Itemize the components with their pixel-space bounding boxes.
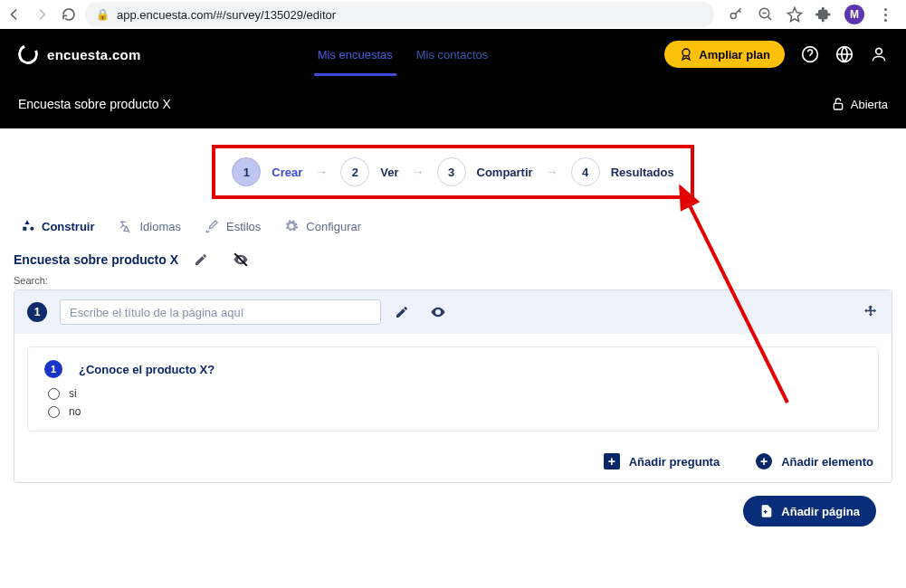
add-element-label: Añadir elemento bbox=[781, 455, 873, 469]
lock-icon: 🔒 bbox=[96, 8, 110, 21]
plus-circle-icon: + bbox=[756, 453, 772, 469]
visibility-off-icon[interactable] bbox=[233, 251, 249, 268]
browser-actions: M bbox=[723, 5, 899, 24]
forward-icon[interactable] bbox=[34, 7, 49, 22]
url-text: app.encuesta.com/#/survey/135029/editor bbox=[117, 8, 336, 22]
move-icon[interactable] bbox=[863, 304, 879, 320]
extensions-icon[interactable] bbox=[815, 6, 832, 23]
logo[interactable]: encuesta.com bbox=[18, 44, 141, 64]
tab-label: Estilos bbox=[226, 220, 261, 233]
radio-icon bbox=[48, 406, 60, 418]
browser-toolbar: 🔒 app.encuesta.com/#/survey/135029/edito… bbox=[0, 0, 906, 29]
editor-tabs: Construir Idiomas Estilos Configurar bbox=[0, 199, 906, 246]
stepper: 1 Crear → 2 Ver → 3 Compartir → 4 Result… bbox=[212, 145, 693, 199]
preview-icon[interactable] bbox=[430, 304, 446, 320]
page-header: 1 bbox=[14, 290, 892, 334]
back-icon[interactable] bbox=[7, 7, 22, 22]
tab-styles[interactable]: Estilos bbox=[203, 213, 262, 239]
step-view[interactable]: 2 Ver bbox=[340, 157, 398, 186]
step-number: 1 bbox=[232, 157, 261, 186]
shapes-icon bbox=[20, 219, 34, 233]
brand-text: encuesta.com bbox=[47, 47, 141, 62]
tab-label: Idiomas bbox=[140, 220, 182, 233]
header-nav: Mis encuestas Mis contactos bbox=[141, 41, 665, 69]
step-label: Compartir bbox=[477, 166, 533, 179]
unlock-icon bbox=[831, 97, 845, 111]
page-footer: + Añadir pregunta + Añadir elemento bbox=[14, 444, 892, 482]
answer-label: no bbox=[69, 405, 81, 418]
app-header-sub: Encuesta sobre producto X Abierta bbox=[0, 80, 906, 128]
tab-label: Construir bbox=[42, 220, 95, 233]
answer-option[interactable]: si bbox=[48, 387, 862, 400]
svg-point-0 bbox=[730, 14, 736, 19]
help-icon[interactable] bbox=[801, 45, 819, 63]
question-text: ¿Conoce el producto X? bbox=[79, 363, 215, 376]
stepper-wrap: 1 Crear → 2 Ver → 3 Compartir → 4 Result… bbox=[0, 145, 906, 199]
survey-title-editable[interactable]: Encuesta sobre producto X bbox=[14, 252, 178, 267]
nav-icons-group bbox=[7, 7, 76, 22]
add-element-button[interactable]: + Añadir elemento bbox=[756, 453, 873, 469]
upgrade-button[interactable]: Ampliar plan bbox=[664, 41, 785, 68]
step-number: 3 bbox=[437, 157, 466, 186]
editor-area: 1 1 ¿Conoce el producto X? si bbox=[0, 289, 906, 539]
add-question-label: Añadir pregunta bbox=[629, 455, 720, 469]
question-row: 1 ¿Conoce el producto X? bbox=[44, 360, 862, 378]
page-number-badge: 1 bbox=[27, 302, 47, 322]
browser-menu-icon[interactable] bbox=[877, 8, 893, 22]
zoom-out-icon[interactable] bbox=[758, 6, 774, 23]
edit-page-icon[interactable] bbox=[394, 304, 410, 320]
step-label: Resultados bbox=[611, 166, 674, 179]
chevron-right-icon: → bbox=[546, 165, 558, 179]
survey-title-header: Encuesta sobre producto X bbox=[18, 97, 171, 111]
add-page-icon bbox=[759, 504, 774, 518]
globe-icon[interactable] bbox=[835, 45, 854, 63]
step-results[interactable]: 4 Resultados bbox=[571, 157, 674, 186]
add-page-button[interactable]: Añadir página bbox=[743, 496, 876, 526]
brush-icon bbox=[205, 219, 219, 233]
logo-icon bbox=[15, 42, 41, 67]
gear-icon bbox=[284, 219, 299, 233]
account-icon[interactable] bbox=[870, 45, 888, 63]
key-icon[interactable] bbox=[729, 6, 745, 23]
translate-icon bbox=[119, 219, 133, 233]
page-header-actions bbox=[394, 304, 446, 320]
page-block: 1 1 ¿Conoce el producto X? si bbox=[14, 289, 892, 483]
tab-build[interactable]: Construir bbox=[18, 213, 97, 239]
avatar-initial: M bbox=[850, 8, 859, 21]
radio-icon bbox=[48, 388, 60, 400]
star-icon[interactable] bbox=[787, 6, 803, 23]
nav-my-surveys[interactable]: Mis encuestas bbox=[314, 41, 396, 69]
answer-label: si bbox=[69, 387, 77, 400]
upgrade-label: Ampliar plan bbox=[699, 48, 770, 62]
profile-avatar[interactable]: M bbox=[844, 5, 864, 24]
question-card[interactable]: 1 ¿Conoce el producto X? si no bbox=[27, 346, 879, 432]
add-question-button[interactable]: + Añadir pregunta bbox=[604, 453, 720, 469]
answer-option[interactable]: no bbox=[48, 405, 862, 418]
header-actions: Ampliar plan bbox=[664, 41, 888, 68]
tab-label: Configurar bbox=[306, 220, 361, 233]
plus-square-icon: + bbox=[604, 453, 620, 469]
app-header: encuesta.com Mis encuestas Mis contactos… bbox=[0, 29, 906, 128]
step-label: Ver bbox=[380, 166, 398, 179]
step-label: Crear bbox=[272, 166, 302, 179]
ribbon-icon bbox=[679, 47, 693, 62]
chevron-right-icon: → bbox=[315, 165, 328, 179]
step-create[interactable]: 1 Crear bbox=[232, 157, 302, 186]
tab-configure[interactable]: Configurar bbox=[282, 213, 363, 239]
survey-status[interactable]: Abierta bbox=[831, 97, 888, 111]
answers-list: si no bbox=[44, 387, 862, 418]
reload-icon[interactable] bbox=[62, 7, 76, 22]
step-number: 2 bbox=[340, 157, 369, 186]
add-page-label: Añadir página bbox=[781, 505, 860, 518]
question-number-badge: 1 bbox=[44, 360, 62, 378]
chevron-right-icon: → bbox=[412, 165, 424, 179]
add-page-row: Añadir página bbox=[14, 483, 892, 539]
survey-title-row: Encuesta sobre producto X bbox=[0, 246, 906, 271]
url-bar[interactable]: 🔒 app.encuesta.com/#/survey/135029/edito… bbox=[85, 2, 714, 27]
step-number: 4 bbox=[571, 157, 600, 186]
nav-my-contacts[interactable]: Mis contactos bbox=[413, 41, 491, 69]
page-title-input[interactable] bbox=[60, 299, 381, 325]
tab-languages[interactable]: Idiomas bbox=[117, 213, 184, 239]
edit-title-icon[interactable] bbox=[193, 251, 209, 268]
step-share[interactable]: 3 Compartir bbox=[437, 157, 533, 186]
